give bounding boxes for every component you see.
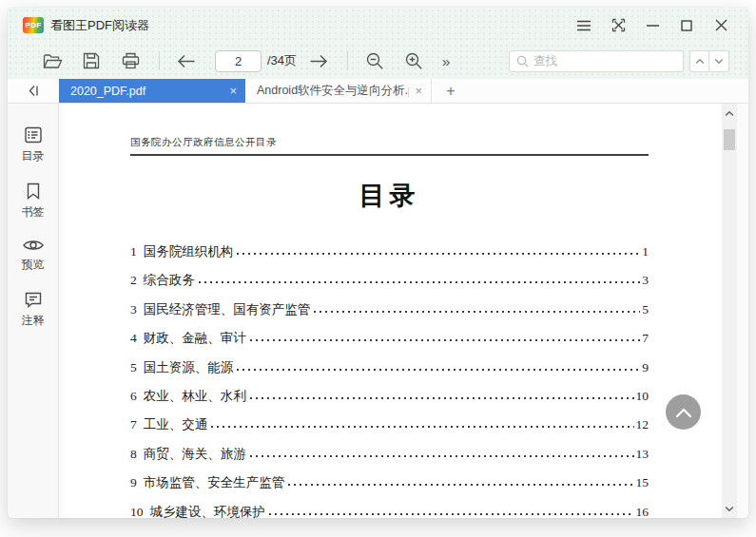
scroll-up-icon[interactable] [722, 105, 737, 121]
toc-entry-title: 商贸、海关、旅游 [144, 440, 246, 469]
toc-entry: 9 市场监管、安全生产监管 15 [130, 469, 649, 497]
toc-entry-number: 6 [130, 382, 137, 411]
toc-entry-page: 15 [636, 469, 649, 497]
toc-icon [23, 125, 44, 145]
toc-entry-title: 综合政务 [144, 266, 195, 295]
toc-entry-page: 10 [636, 382, 649, 411]
page-total-label: /34页 [267, 52, 297, 69]
search-box[interactable] [509, 50, 684, 72]
sidebar-item-annotations[interactable]: 注释 [22, 289, 45, 329]
save-icon[interactable] [79, 48, 104, 73]
sidebar-item-preview[interactable]: 预览 [22, 237, 45, 273]
toc-entry-page: 3 [642, 266, 649, 295]
toc-entry: 6 农业、林业、水利 10 [130, 382, 649, 411]
toolbar: /34页 » [8, 43, 748, 79]
toc-entry-number: 9 [130, 469, 137, 497]
dot-leader [312, 310, 640, 314]
toc-entry-number: 7 [130, 411, 137, 439]
minimize-button[interactable] [640, 13, 665, 38]
page-number-input[interactable] [215, 50, 262, 72]
dot-leader [248, 396, 634, 400]
toc-entry-number: 2 [130, 266, 137, 295]
tab-bar: 2020_PDF.pdf × Android软件安全与逆向分析.pdf × + [8, 79, 748, 104]
tab-android-pdf[interactable]: Android软件安全与逆向分析.pdf × [245, 79, 432, 103]
sidebar-item-label: 书签 [22, 204, 45, 221]
dot-leader [197, 280, 641, 284]
dot-leader [286, 483, 633, 487]
toc-entry: 3 国民经济管理、国有资产监管 5 [130, 296, 649, 324]
main-area: 目录 书签 预览 注释 [8, 104, 748, 518]
previous-page-icon[interactable] [174, 48, 199, 73]
sidebar-item-label: 注释 [22, 313, 45, 329]
find-next-button[interactable] [709, 50, 729, 72]
toc-entry-title: 财政、金融、审计 [144, 324, 246, 353]
document-title: 目录 [130, 179, 649, 213]
toc-entry-title: 工业、交通 [144, 411, 208, 439]
collapse-tabs-icon[interactable] [8, 79, 59, 103]
toc-entry-number: 3 [130, 296, 137, 324]
toc-entry: 10 城乡建设、环境保护 16 [130, 498, 649, 518]
scroll-down-icon[interactable] [722, 501, 737, 516]
find-previous-button[interactable] [689, 50, 709, 72]
toc-entry-number: 1 [130, 238, 137, 266]
pdf-document: 国务院办公厅政府信息公开目录 目录 1 国务院组织机构 1 2 [64, 104, 722, 518]
dot-leader [248, 454, 634, 458]
search-icon [516, 55, 529, 67]
toc-entry-page: 16 [636, 498, 649, 518]
print-icon[interactable] [118, 48, 143, 73]
pdf-page-view[interactable]: 国务院办公厅政府信息公开目录 目录 1 国务院组织机构 1 2 [59, 104, 722, 518]
menu-icon[interactable] [572, 13, 596, 38]
tab-2020-pdf[interactable]: 2020_PDF.pdf × [59, 79, 245, 103]
toc-entry-page: 1 [642, 238, 649, 266]
tab-close-icon[interactable]: × [415, 85, 422, 97]
toc-entry-title: 国民经济管理、国有资产监管 [144, 296, 311, 324]
zoom-out-icon[interactable] [362, 48, 387, 73]
comment-icon [23, 289, 44, 310]
toc-entry-title: 国务院组织机构 [144, 238, 234, 266]
toc-entry-number: 8 [130, 440, 137, 469]
toc-entry-title: 市场监管、安全生产监管 [144, 469, 285, 497]
sidebar-item-label: 预览 [22, 257, 45, 273]
more-tools-icon[interactable]: » [442, 53, 450, 69]
fullscreen-icon[interactable] [606, 13, 630, 38]
chevron-up-icon [675, 407, 692, 418]
tab-label: Android软件安全与逆向分析.pdf [257, 83, 409, 99]
dot-leader [209, 425, 633, 429]
close-button[interactable] [708, 13, 733, 38]
toolbar-divider [347, 51, 348, 70]
scrollbar-thumb[interactable] [724, 129, 735, 150]
new-tab-button[interactable]: + [432, 79, 470, 103]
toc-entry-page: 7 [642, 324, 649, 353]
toc-entry-title: 国土资源、能源 [144, 354, 234, 382]
maximize-button[interactable] [674, 13, 699, 38]
toc-entry-page: 12 [636, 411, 649, 439]
dot-leader [267, 512, 634, 516]
back-to-top-button[interactable] [666, 394, 701, 430]
zoom-in-icon[interactable] [401, 48, 426, 73]
tab-close-icon[interactable]: × [229, 85, 237, 97]
sidebar-item-bookmarks[interactable]: 书签 [22, 181, 45, 221]
app-title: 看图王PDF阅读器 [50, 17, 149, 34]
toc-entry-title: 城乡建设、环境保护 [150, 498, 266, 518]
left-sidebar: 目录 书签 预览 注释 [8, 104, 59, 518]
toc-entry-number: 10 [130, 498, 144, 518]
toc-entry-page: 13 [636, 440, 649, 469]
search-group [509, 50, 729, 72]
next-page-icon[interactable] [306, 48, 331, 73]
sidebar-item-toc[interactable]: 目录 [22, 125, 45, 164]
toc-entry-page: 5 [642, 296, 649, 324]
toolbar-divider [159, 51, 160, 70]
dot-leader [235, 252, 640, 256]
vertical-scrollbar[interactable] [722, 104, 737, 518]
toc-entry: 5 国土资源、能源 9 [130, 354, 649, 382]
search-input[interactable] [533, 54, 676, 67]
dot-leader [235, 368, 640, 372]
toc-list: 1 国务院组织机构 1 2 综合政务 3 [130, 238, 649, 518]
toc-entry-title: 农业、林业、水利 [144, 382, 246, 411]
toc-entry: 4 财政、金融、审计 7 [130, 324, 649, 353]
window-right-gutter [737, 104, 748, 518]
open-file-icon[interactable] [40, 48, 65, 73]
app-window: PDF 看图王PDF阅读器 [8, 8, 748, 518]
title-bar: PDF 看图王PDF阅读器 [8, 8, 748, 43]
bookmark-icon [23, 181, 44, 201]
